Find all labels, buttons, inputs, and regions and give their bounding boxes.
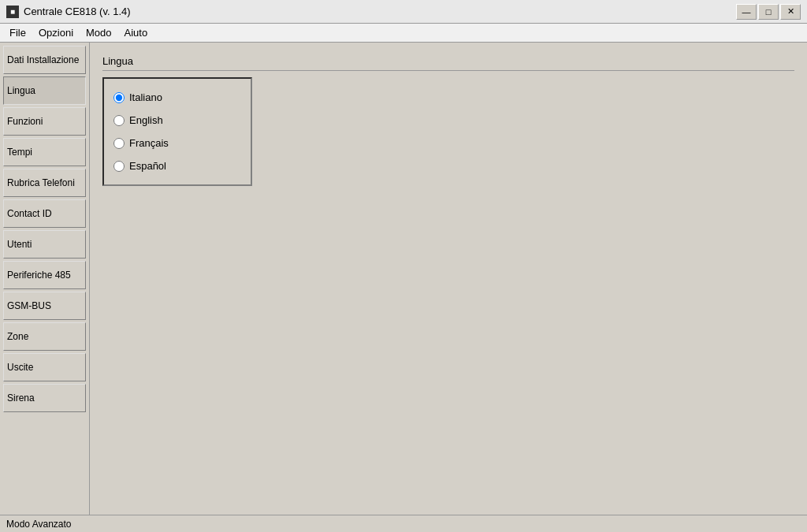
menu-bar: File Opzioni Modo Aiuto: [0, 24, 807, 43]
main-content: Dati Installazione Lingua Funzioni Tempi…: [0, 43, 807, 515]
status-text: Modo Avanzato: [6, 519, 72, 530]
sidebar-item-lingua[interactable]: Lingua: [3, 76, 86, 105]
sidebar-item-uscite[interactable]: Uscite: [3, 353, 86, 381]
content-panel: Lingua Italiano English Français Español: [90, 43, 807, 515]
close-button[interactable]: ✕: [780, 4, 801, 20]
sidebar-item-gsm-bus[interactable]: GSM-BUS: [3, 292, 86, 320]
radio-espanol[interactable]: Español: [113, 160, 241, 172]
sidebar: Dati Installazione Lingua Funzioni Tempi…: [0, 43, 90, 515]
app-icon: ■: [6, 6, 19, 18]
radio-italiano[interactable]: Italiano: [113, 91, 241, 103]
radio-label-english: English: [129, 114, 163, 126]
title-bar: ■ Centrale CE818 (v. 1.4) — □ ✕: [0, 0, 807, 24]
menu-file[interactable]: File: [3, 25, 32, 40]
menu-opzioni[interactable]: Opzioni: [32, 25, 80, 40]
menu-aiuto[interactable]: Aiuto: [118, 25, 154, 40]
sidebar-item-dati-installazione[interactable]: Dati Installazione: [3, 46, 86, 74]
radio-input-italiano[interactable]: [113, 92, 125, 103]
radio-input-francais[interactable]: [113, 138, 125, 149]
minimize-button[interactable]: —: [736, 4, 757, 20]
radio-francais[interactable]: Français: [113, 137, 241, 149]
maximize-button[interactable]: □: [758, 4, 779, 20]
radio-label-italiano: Italiano: [129, 91, 162, 103]
radio-label-espanol: Español: [129, 160, 166, 172]
sidebar-item-utenti[interactable]: Utenti: [3, 230, 86, 259]
radio-input-english[interactable]: [113, 115, 125, 126]
window-controls: — □ ✕: [736, 4, 801, 20]
title-bar-left: ■ Centrale CE818 (v. 1.4): [6, 6, 131, 18]
radio-label-francais: Français: [129, 137, 169, 149]
sidebar-item-rubrica-telefoni[interactable]: Rubrica Telefoni: [3, 169, 86, 197]
status-bar: Modo Avanzato: [0, 515, 807, 532]
sidebar-item-funzioni[interactable]: Funzioni: [3, 107, 86, 136]
sidebar-item-periferiche-485[interactable]: Periferiche 485: [3, 261, 86, 289]
sidebar-item-zone[interactable]: Zone: [3, 322, 86, 351]
menu-modo[interactable]: Modo: [80, 25, 118, 40]
window-title: Centrale CE818 (v. 1.4): [24, 6, 131, 17]
radio-english[interactable]: English: [113, 114, 241, 126]
section-title: Lingua: [102, 55, 794, 71]
sidebar-item-contact-id[interactable]: Contact ID: [3, 199, 86, 228]
sidebar-item-sirena[interactable]: Sirena: [3, 384, 86, 412]
radio-input-espanol[interactable]: [113, 161, 125, 172]
sidebar-item-tempi[interactable]: Tempi: [3, 138, 86, 166]
language-box: Italiano English Français Español: [102, 77, 252, 186]
